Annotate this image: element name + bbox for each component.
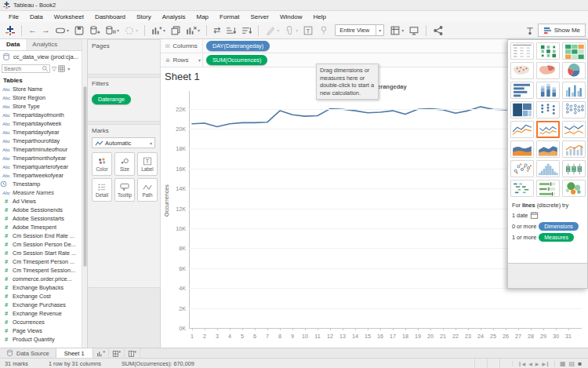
menu-analysis[interactable]: Analysis (157, 13, 191, 20)
field-exchange-buybacks[interactable]: #Exchange Buybacks (0, 283, 82, 292)
view-options-caret-icon[interactable]: ▾ (67, 66, 70, 71)
marks-button-size[interactable]: Size (114, 152, 135, 176)
menu-map[interactable]: Map (191, 13, 215, 20)
tab-sheet-1[interactable]: Sheet 1 (56, 348, 93, 358)
sort-ascending-icon[interactable] (223, 24, 238, 38)
thumb-side-by-side-circles[interactable] (562, 101, 586, 118)
view-options-icon[interactable] (58, 65, 65, 72)
thumb-packed-bubbles[interactable] (562, 180, 586, 197)
show-mark-labels-icon[interactable]: T (300, 24, 316, 38)
field-timepartmonthofyear[interactable]: AbcTimepartmonthofyear (0, 154, 82, 162)
menu-format[interactable]: Format (214, 13, 245, 20)
field-timepartminuteofhour[interactable]: AbcTimepartminuteofhour (0, 145, 82, 154)
thumb-text-table[interactable] (510, 42, 534, 60)
new-story-button[interactable] (125, 348, 140, 358)
last-page-icon[interactable]: ▶❙ (542, 361, 550, 366)
thumb-area-continuous[interactable] (510, 140, 534, 158)
rows-pill[interactable]: SUM(Occurrences) (206, 55, 267, 65)
new-worksheet-button[interactable] (93, 348, 109, 358)
marks-button-color[interactable]: Color (92, 152, 112, 176)
redo-icon[interactable]: → (39, 24, 53, 38)
menu-dashboard[interactable]: Dashboard (89, 13, 131, 20)
field-store-type[interactable]: AbcStore Type (0, 102, 82, 111)
thumb-scatter-plot[interactable] (510, 160, 534, 177)
menu-help[interactable]: Help (307, 13, 331, 20)
marks-button-detail[interactable]: Detail (92, 178, 112, 202)
field-store-region[interactable]: AbcStore Region (0, 93, 82, 102)
field-commerce-order-price-[interactable]: #commerce.order.price... (0, 275, 82, 283)
marks-button-path[interactable]: Path (137, 178, 158, 202)
thumb-filled-map[interactable] (536, 62, 560, 79)
thumb-horizontal-bars[interactable] (510, 82, 534, 99)
tab-data-source[interactable]: Data Source (0, 348, 56, 358)
tableau-home-icon[interactable] (3, 24, 17, 38)
thumb-heat-map[interactable] (536, 42, 560, 60)
field-timepartdayofyear[interactable]: AbcTimepartdayofyear (0, 128, 82, 137)
thumb-box-and-whisker[interactable] (562, 160, 586, 177)
menu-data[interactable]: Data (24, 13, 49, 20)
field-exchange-cost[interactable]: #Exchange Cost (0, 292, 82, 301)
field-timepartweekofyear[interactable]: AbcTimepartweekofyear (0, 171, 82, 180)
fix-axes-icon[interactable] (316, 24, 332, 38)
field-timestamp[interactable]: Timestamp (0, 180, 82, 188)
filter-pill-daterange[interactable]: Daterange (92, 94, 131, 104)
search-box[interactable] (2, 64, 50, 73)
field-ad-views[interactable]: #Ad Views (0, 197, 82, 206)
field-store-name[interactable]: AbcStore Name (0, 85, 82, 93)
menu-server[interactable]: Server (245, 13, 274, 20)
thumb-circle-views[interactable] (536, 101, 560, 118)
new-dashboard-button[interactable] (109, 348, 125, 358)
show-me-button[interactable]: Show Me (538, 24, 586, 37)
field-occurrences[interactable]: #Occurrences (0, 318, 82, 326)
thumb-histogram[interactable] (536, 160, 560, 177)
tab-analytics[interactable]: Analytics (26, 39, 64, 50)
field-timepartquarterofyear[interactable]: AbcTimepartquarterofyear (0, 162, 82, 171)
thumb-lines-discrete[interactable] (536, 121, 560, 138)
thumb-stacked-bars[interactable] (536, 82, 560, 99)
prev-page-icon[interactable]: ◀ (528, 361, 532, 366)
next-page-icon[interactable]: ▶ (535, 361, 539, 366)
thumb-dual-combination[interactable] (562, 140, 586, 158)
highlight-icon[interactable]: ▾ (263, 24, 281, 38)
field-page-views[interactable]: #Page Views (0, 326, 82, 335)
mark-type-dropdown[interactable]: Automatic ▾ (92, 137, 155, 148)
filmstrip-icon[interactable]: ▤ (569, 360, 575, 367)
duplicate-icon[interactable] (168, 24, 183, 38)
thumb-side-by-side-bars[interactable] (562, 82, 586, 99)
group-members-icon[interactable]: ▾ (281, 24, 300, 38)
menu-window[interactable]: Window (274, 13, 307, 20)
field-timepartdayofweek[interactable]: AbcTimepartdayofweek (0, 119, 82, 128)
marks-button-label[interactable]: TLabel (137, 152, 158, 176)
show-tabs-icon[interactable]: ■ (578, 360, 582, 367)
field-adobe-timespent[interactable]: #Adobe Timespent (0, 223, 82, 231)
menu-worksheet[interactable]: Worksheet (49, 13, 89, 20)
field-cm-session-start-rate-[interactable]: #Cm Session Start Rate ... (0, 249, 82, 257)
clear-sheet-icon[interactable]: ▾ (183, 24, 202, 38)
thumb-symbol-map[interactable] (510, 62, 534, 79)
field-cm-session-person-de-[interactable]: #Cm Session Person De... (0, 240, 82, 249)
run-auto-update-icon[interactable]: ▾ (122, 24, 140, 38)
thumb-treemap[interactable] (510, 101, 534, 118)
field-measure-names[interactable]: AbcMeasure Names (0, 188, 82, 197)
datasource-row[interactable]: cc_data_view (prod:cja... (0, 51, 87, 63)
swap-rows-columns-icon[interactable]: ⇄ (211, 24, 223, 38)
search-input[interactable] (4, 66, 42, 71)
thumb-lines-continuous[interactable] (510, 121, 534, 138)
thumb-area-discrete[interactable] (536, 140, 560, 158)
field-cm-session-end-rate-[interactable]: #Cm Session End Rate ... (0, 231, 82, 240)
pages-card[interactable]: Pages (88, 39, 161, 75)
undo-icon[interactable]: ← (26, 24, 39, 38)
field-exchange-purchases[interactable]: #Exchange Purchases (0, 301, 82, 309)
marks-button-tooltip[interactable]: Tooltip (114, 178, 135, 202)
presentation-mode-icon[interactable] (406, 24, 422, 38)
thumb-bullet-graph[interactable] (536, 180, 560, 197)
thumb-pie-chart[interactable] (562, 62, 586, 79)
tab-data[interactable]: Data (0, 39, 26, 50)
thumb-dual-lines[interactable] (562, 121, 586, 138)
field-cm-timespent-person-[interactable]: #Cm Timespent Person ... (0, 257, 82, 266)
menu-file[interactable]: File (3, 13, 24, 20)
menu-story[interactable]: Story (131, 13, 157, 20)
pause-auto-updates-icon[interactable]: ▾ (103, 24, 122, 38)
show-hide-cards-icon[interactable]: ▾ (387, 24, 406, 38)
save-icon[interactable] (71, 24, 87, 38)
